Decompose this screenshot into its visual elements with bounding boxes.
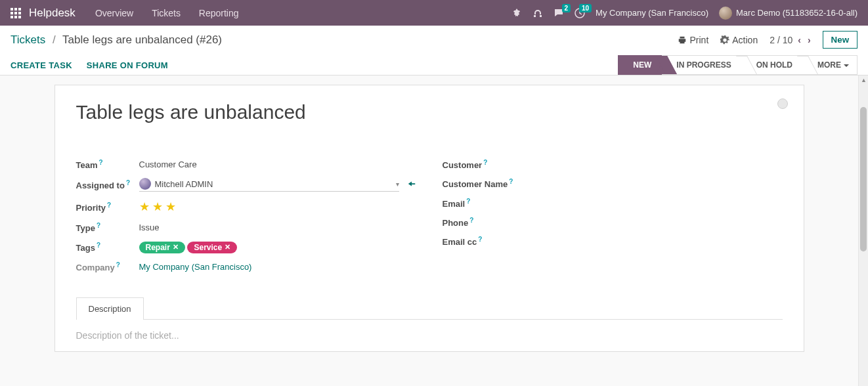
label-team: Team? — [76, 159, 139, 170]
label-priority: Priority? — [76, 202, 139, 213]
value-type[interactable]: Issue — [139, 223, 416, 232]
new-button[interactable]: New — [823, 31, 857, 49]
gear-icon — [720, 35, 729, 45]
menu-overview[interactable]: Overview — [95, 8, 133, 18]
navbar-menu: Overview Tickets Reporting — [87, 8, 247, 18]
priority-stars[interactable]: ★ ★ ★ — [139, 200, 416, 214]
control-panel: Tickets / Table legs are unbalanced (#26… — [0, 26, 868, 75]
help-icon[interactable]: ? — [509, 178, 513, 185]
value-company[interactable]: My Company (San Francisco) — [139, 262, 416, 272]
star-icon[interactable]: ★ — [152, 200, 163, 214]
breadcrumb-current: Table legs are unbalanced (#26) — [62, 33, 222, 46]
action-button[interactable]: Action — [720, 35, 758, 45]
label-company: Company? — [76, 261, 139, 272]
help-icon[interactable]: ? — [116, 261, 120, 268]
support-icon[interactable] — [532, 8, 543, 18]
assigned-to-input[interactable]: Mitchell ADMIN ▾ — [139, 178, 399, 192]
user-avatar-icon — [719, 7, 732, 20]
scroll-up-icon[interactable]: ▲ — [861, 77, 867, 83]
activities-icon[interactable]: 10 — [575, 8, 585, 18]
tag-repair[interactable]: Repair✕ — [139, 242, 185, 253]
app-brand[interactable]: Helpdesk — [29, 7, 76, 20]
label-phone: Phone? — [443, 217, 506, 228]
chevron-down-icon — [844, 64, 849, 67]
value-team[interactable]: Customer Care — [139, 160, 416, 169]
dropdown-icon[interactable]: ▾ — [396, 181, 399, 188]
company-selector[interactable]: My Company (San Francisco) — [596, 8, 708, 18]
star-icon[interactable]: ★ — [139, 200, 150, 214]
label-type: Type? — [76, 222, 139, 233]
user-menu[interactable]: Marc Demo (51183652-16-0-all) — [719, 7, 857, 20]
label-assigned-to: Assigned to? — [76, 179, 139, 190]
pager-next[interactable]: › — [808, 35, 811, 45]
ticket-title[interactable]: Table legs are unbalanced — [76, 101, 783, 123]
tabs: Description — [76, 297, 783, 320]
pager-prev[interactable]: ‹ — [798, 35, 801, 45]
menu-reporting[interactable]: Reporting — [199, 8, 239, 18]
label-tags: Tags? — [76, 242, 139, 253]
help-icon[interactable]: ? — [97, 222, 100, 229]
share-forum-button[interactable]: SHARE ON FORUM — [87, 60, 168, 70]
tab-description[interactable]: Description — [76, 297, 144, 320]
remove-tag-icon[interactable]: ✕ — [225, 243, 230, 251]
print-icon — [678, 35, 687, 45]
menu-tickets[interactable]: Tickets — [152, 8, 181, 18]
label-email: Email? — [443, 198, 506, 209]
help-icon[interactable]: ? — [469, 217, 473, 224]
form-sheet: Table legs are unbalanced Team? Customer… — [54, 85, 804, 352]
apps-menu-icon[interactable] — [11, 8, 21, 18]
label-customer: Customer? — [443, 159, 506, 170]
remove-tag-icon[interactable]: ✕ — [173, 243, 179, 251]
debug-icon[interactable] — [511, 8, 522, 18]
label-customer-name: Customer Name? — [443, 178, 528, 189]
username-label: Marc Demo (51183652-16-0-all) — [736, 8, 857, 18]
help-icon[interactable]: ? — [483, 159, 487, 166]
vertical-scrollbar[interactable]: ▲ ▼ — [858, 75, 868, 386]
assignee-avatar-icon — [139, 178, 151, 190]
help-icon[interactable]: ? — [97, 242, 100, 249]
kanban-state-icon[interactable] — [777, 98, 788, 109]
help-icon[interactable]: ? — [126, 179, 130, 186]
external-link-icon[interactable] — [407, 179, 416, 190]
messages-badge: 2 — [562, 4, 571, 12]
tags-field[interactable]: Repair✕ Service✕ — [139, 242, 416, 253]
create-task-button[interactable]: CREATE TASK — [11, 60, 72, 70]
help-icon[interactable]: ? — [478, 236, 482, 243]
activities-badge: 10 — [579, 4, 592, 12]
top-navbar: Helpdesk Overview Tickets Reporting 2 10… — [0, 0, 868, 26]
star-icon[interactable]: ★ — [165, 200, 176, 214]
help-icon[interactable]: ? — [466, 198, 470, 205]
scrollbar-thumb[interactable] — [860, 107, 867, 251]
help-icon[interactable]: ? — [99, 159, 103, 166]
label-email-cc: Email cc? — [443, 236, 506, 247]
tag-service[interactable]: Service✕ — [187, 242, 237, 253]
description-field[interactable]: Description of the ticket... — [76, 320, 783, 351]
status-new[interactable]: NEW — [618, 55, 662, 75]
help-icon[interactable]: ? — [107, 202, 111, 209]
print-button[interactable]: Print — [678, 35, 708, 45]
status-bar: NEW IN PROGRESS ON HOLD MORE — [618, 55, 857, 75]
breadcrumb-root[interactable]: Tickets — [11, 33, 45, 46]
messages-icon[interactable]: 2 — [553, 8, 564, 18]
breadcrumb: Tickets / Table legs are unbalanced (#26… — [11, 33, 222, 47]
pager: 2 / 10 ‹ › — [770, 35, 810, 45]
